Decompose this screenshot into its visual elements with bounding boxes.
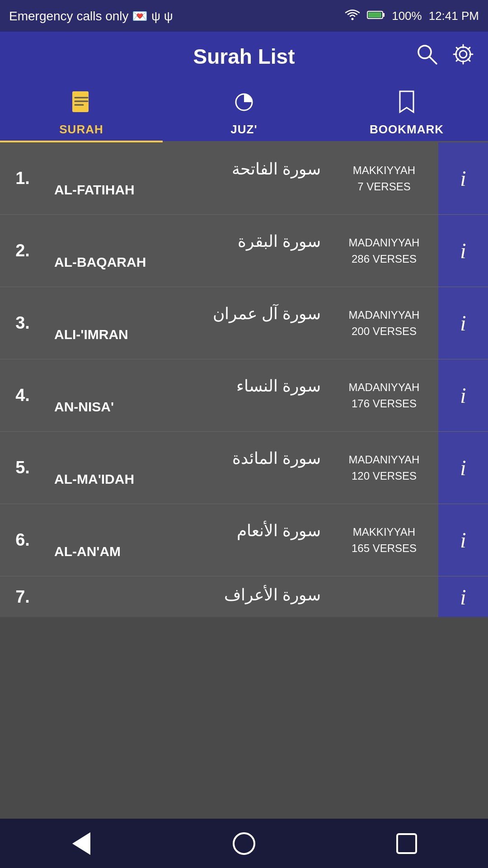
surah-meta: MAKKIYYAH7 VERSES xyxy=(330,162,438,195)
surah-info-button[interactable]: i xyxy=(438,576,488,617)
surah-number: 2. xyxy=(0,241,45,260)
juz-tab-label: JUZ' xyxy=(230,123,257,137)
surah-latin: AL-MA'IDAH xyxy=(54,472,321,487)
surah-row[interactable]: 5. سورة المائدة AL-MA'IDAH MADANIYYAH120… xyxy=(0,432,488,504)
back-button[interactable] xyxy=(63,826,99,862)
surah-row[interactable]: 1. سورة الفاتحة AL-FATIHAH MAKKIYYAH7 VE… xyxy=(0,142,488,215)
surah-list: 1. سورة الفاتحة AL-FATIHAH MAKKIYYAH7 VE… xyxy=(0,142,488,818)
search-icon[interactable] xyxy=(416,43,438,70)
app-header: Surah List xyxy=(0,32,488,81)
wifi-icon xyxy=(345,8,360,24)
surah-number: 1. xyxy=(0,169,45,188)
info-icon: i xyxy=(460,528,466,552)
status-left: Emergency calls only 💌 ψ ψ xyxy=(9,9,173,24)
surah-info-button[interactable]: i xyxy=(438,287,488,359)
page-title: Surah List xyxy=(193,44,295,69)
battery-percent: 100% xyxy=(392,9,422,23)
surah-arabic: سورة الأعراف xyxy=(54,585,321,604)
surah-arabic: سورة البقرة xyxy=(54,232,321,251)
surah-number: 7. xyxy=(0,587,45,607)
surah-number: 4. xyxy=(0,386,45,405)
surah-arabic: سورة النساء xyxy=(54,377,321,396)
header-icons xyxy=(416,43,474,70)
surah-info-button[interactable]: i xyxy=(438,504,488,576)
status-bar: Emergency calls only 💌 ψ ψ 100% 12:41 PM xyxy=(0,0,488,32)
surah-info-button[interactable]: i xyxy=(438,142,488,214)
juz-tab-icon xyxy=(233,90,255,119)
surah-arabic: سورة آل عمران xyxy=(54,304,321,323)
surah-names: سورة البقرة AL-BAQARAH xyxy=(45,227,330,274)
surah-info-button[interactable]: i xyxy=(438,215,488,287)
surah-number: 6. xyxy=(0,530,45,550)
settings-icon[interactable] xyxy=(452,43,474,70)
surah-names: سورة المائدة AL-MA'IDAH xyxy=(45,444,330,491)
time: 12:41 PM xyxy=(429,9,479,23)
info-icon: i xyxy=(460,585,466,609)
surah-meta: MADANIYYAH120 VERSES xyxy=(330,452,438,484)
info-icon: i xyxy=(460,238,466,263)
tabs-container: SURAH JUZ' BOOKMARK xyxy=(0,81,488,142)
bookmark-tab-label: BOOKMARK xyxy=(370,123,444,137)
surah-names: سورة الفاتحة AL-FATIHAH xyxy=(45,155,330,202)
surah-arabic: سورة الفاتحة xyxy=(54,160,321,179)
surah-tab-icon xyxy=(70,90,92,119)
bookmark-tab-icon xyxy=(398,90,415,119)
svg-point-7 xyxy=(456,47,470,61)
svg-point-0 xyxy=(352,18,354,20)
battery-icon xyxy=(367,9,385,23)
surah-row-partial[interactable]: 7. سورة الأعراف i xyxy=(0,576,488,617)
surah-latin: AL-AN'AM xyxy=(54,544,321,559)
svg-point-6 xyxy=(460,51,467,58)
surah-arabic: سورة الأنعام xyxy=(54,521,321,540)
tab-juz[interactable]: JUZ' xyxy=(163,81,325,141)
svg-rect-3 xyxy=(368,12,381,18)
svg-line-5 xyxy=(429,57,436,64)
tab-bookmark[interactable]: BOOKMARK xyxy=(325,81,488,141)
surah-number: 3. xyxy=(0,313,45,333)
nav-bar xyxy=(0,818,488,868)
surah-names: سورة النساء AN-NISA' xyxy=(45,372,330,419)
surah-row[interactable]: 4. سورة النساء AN-NISA' MADANIYYAH176 VE… xyxy=(0,359,488,432)
surah-meta: MADANIYYAH200 VERSES xyxy=(330,307,438,340)
surah-meta: MADANIYYAH176 VERSES xyxy=(330,379,438,412)
surah-arabic: سورة المائدة xyxy=(54,449,321,468)
surah-meta: MADANIYYAH286 VERSES xyxy=(330,235,438,267)
emergency-text: Emergency calls only 💌 ψ ψ xyxy=(9,9,173,24)
info-icon: i xyxy=(460,383,466,408)
surah-latin: AL-BAQARAH xyxy=(54,255,321,270)
surah-row[interactable]: 3. سورة آل عمران ALI-'IMRAN MADANIYYAH20… xyxy=(0,287,488,359)
info-icon: i xyxy=(460,166,466,191)
surah-info-button[interactable]: i xyxy=(438,359,488,431)
surah-latin: AN-NISA' xyxy=(54,399,321,415)
surah-meta: MAKKIYYAH165 VERSES xyxy=(330,524,438,557)
surah-row[interactable]: 2. سورة البقرة AL-BAQARAH MADANIYYAH286 … xyxy=(0,215,488,287)
surah-names: سورة الأعراف xyxy=(45,581,330,613)
surah-names: سورة آل عمران ALI-'IMRAN xyxy=(45,300,330,347)
home-button[interactable] xyxy=(226,826,262,862)
recent-button[interactable] xyxy=(389,826,425,862)
info-icon: i xyxy=(460,455,466,480)
tab-surah[interactable]: SURAH xyxy=(0,81,163,141)
surah-tab-label: SURAH xyxy=(59,123,103,137)
surah-latin: AL-FATIHAH xyxy=(54,182,321,198)
surah-info-button[interactable]: i xyxy=(438,432,488,504)
surah-row[interactable]: 6. سورة الأنعام AL-AN'AM MAKKIYYAH165 VE… xyxy=(0,504,488,576)
surah-number: 5. xyxy=(0,458,45,477)
status-right: 100% 12:41 PM xyxy=(345,8,479,24)
svg-rect-2 xyxy=(383,13,385,17)
info-icon: i xyxy=(460,311,466,335)
surah-names: سورة الأنعام AL-AN'AM xyxy=(45,517,330,564)
surah-latin: ALI-'IMRAN xyxy=(54,327,321,342)
